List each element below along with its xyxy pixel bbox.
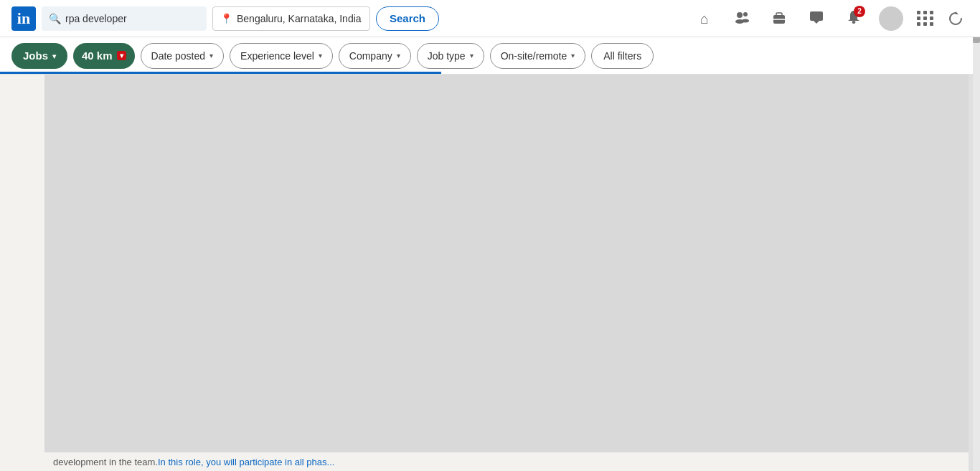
job-type-chevron-icon: ▾ — [470, 52, 473, 60]
svg-marker-10 — [956, 11, 958, 14]
messaging-icon — [809, 10, 824, 27]
jobs-label: Jobs — [23, 49, 48, 62]
date-posted-label: Date posted — [151, 50, 206, 62]
company-chevron-icon: ▾ — [397, 52, 400, 60]
search-icon: 🔍 — [49, 13, 61, 24]
linkedin-logo[interactable]: in — [11, 6, 36, 31]
nav-notifications[interactable]: 2 — [837, 1, 871, 36]
distance-filter-button[interactable]: 40 km ▾ — [73, 43, 135, 69]
jobs-chevron-icon: ▾ — [52, 52, 56, 60]
date-posted-chevron-icon: ▾ — [209, 52, 213, 60]
nav-refresh[interactable] — [943, 1, 969, 36]
svg-point-3 — [742, 19, 749, 23]
jobs-dropdown-button[interactable]: Jobs ▾ — [11, 43, 67, 69]
main-content — [0, 75, 980, 471]
nav-home[interactable]: ⌂ — [687, 1, 722, 36]
onsite-remote-label: On-site/remote — [501, 50, 567, 62]
company-filter[interactable]: Company ▾ — [339, 43, 411, 69]
all-filters-button[interactable]: All filters — [591, 43, 654, 69]
location-search-box: 📍 — [212, 6, 370, 31]
keyword-search-box: 🔍 — [42, 6, 207, 31]
svg-rect-7 — [810, 11, 823, 21]
job-type-filter[interactable]: Job type ▾ — [417, 43, 484, 69]
nav-icons: ⌂ — [687, 1, 969, 36]
bottom-partial-text: development in the team. In this role, y… — [44, 452, 969, 471]
content-area — [44, 75, 969, 471]
svg-point-2 — [743, 12, 748, 16]
grid-icon — [917, 11, 934, 26]
onsite-remote-chevron-icon: ▾ — [571, 52, 575, 60]
logo-letter: in — [17, 11, 30, 27]
bottom-static-text: development in the team. — [53, 457, 158, 467]
navbar: in 🔍 📍 Search ⌂ — [0, 0, 980, 37]
avatar — [879, 6, 903, 31]
nav-my-network[interactable] — [725, 1, 759, 36]
nav-waffle-menu[interactable] — [911, 1, 940, 36]
experience-level-label: Experience level — [240, 50, 314, 62]
job-type-label: Job type — [428, 50, 466, 62]
left-sidebar — [0, 75, 44, 471]
nav-messaging[interactable] — [799, 1, 834, 36]
experience-level-filter[interactable]: Experience level ▾ — [230, 43, 333, 69]
svg-marker-8 — [814, 21, 819, 24]
nav-jobs[interactable] — [762, 1, 796, 36]
svg-rect-5 — [776, 13, 782, 16]
km-chevron-icon: ▾ — [117, 51, 126, 60]
keyword-search-input[interactable] — [65, 13, 199, 24]
nav-avatar[interactable] — [874, 1, 908, 36]
page-scrollbar[interactable] — [973, 0, 980, 471]
company-label: Company — [349, 50, 392, 62]
home-icon: ⌂ — [700, 11, 709, 26]
filter-bar: Jobs ▾ 40 km ▾ Date posted ▾ Experience … — [0, 37, 980, 75]
date-posted-filter[interactable]: Date posted ▾ — [141, 43, 225, 69]
loading-progress-bar — [0, 72, 441, 74]
location-search-input[interactable] — [237, 13, 362, 24]
svg-point-9 — [852, 21, 856, 24]
briefcase-icon — [771, 10, 787, 27]
onsite-remote-filter[interactable]: On-site/remote ▾ — [490, 43, 586, 69]
notification-count-badge: 2 — [854, 6, 865, 17]
bottom-link-text[interactable]: In this role, you will participate in al… — [158, 457, 334, 467]
location-pin-icon: 📍 — [220, 13, 232, 24]
people-icon — [734, 11, 750, 26]
search-button[interactable]: Search — [376, 6, 439, 31]
km-label: 40 km — [82, 49, 113, 62]
experience-level-chevron-icon: ▾ — [319, 52, 322, 60]
svg-point-0 — [737, 12, 743, 18]
